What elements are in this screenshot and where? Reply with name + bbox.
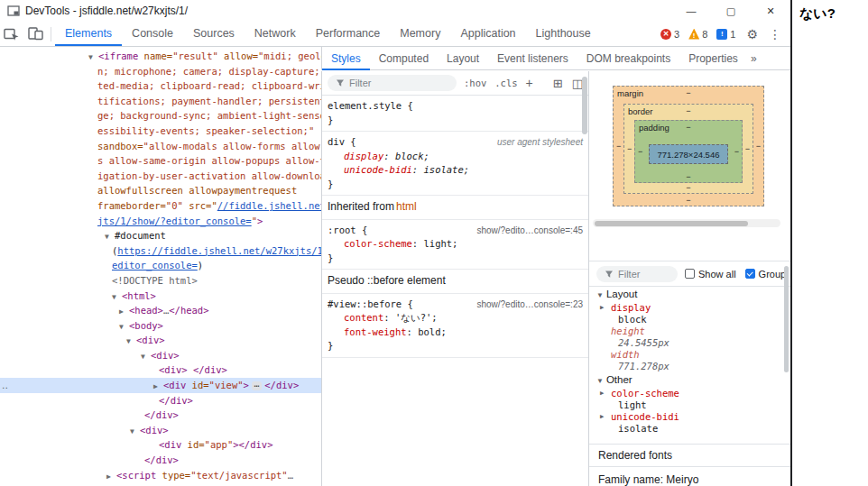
- styles-filter-input[interactable]: Filter: [328, 75, 457, 91]
- tree-node[interactable]: </div>: [0, 408, 321, 423]
- computed-filter-input[interactable]: Filter: [596, 266, 678, 282]
- sidebar-tab-event-listeners[interactable]: Event listeners: [488, 47, 577, 70]
- css-selector[interactable]: element.style: [328, 100, 402, 111]
- device-toolbar-icon[interactable]: [23, 23, 47, 46]
- computed-group-layout[interactable]: ▼Layout: [589, 287, 790, 302]
- css-selector[interactable]: div: [328, 136, 345, 147]
- sidebar-tab-layout[interactable]: Layout: [438, 47, 488, 70]
- css-property[interactable]: color-scheme: light;: [328, 237, 585, 252]
- kebab-menu-icon[interactable]: ⋮: [769, 27, 781, 41]
- tree-node[interactable]: frameborder="0" src="//fiddle.jshell.net…: [0, 198, 321, 214]
- tree-node[interactable]: ▶<head>…</head>: [0, 303, 321, 318]
- sidebar-tab-styles[interactable]: Styles: [322, 47, 370, 70]
- tree-node[interactable]: ▼<div>: [0, 348, 321, 363]
- css-property[interactable]: display: block;: [328, 150, 585, 164]
- expand-arrow-icon[interactable]: ▼: [88, 50, 98, 64]
- tab-performance[interactable]: Performance: [306, 22, 391, 46]
- tree-node[interactable]: essibility-events; speaker-selection;": [0, 124, 321, 139]
- checkbox-group[interactable]: Group: [745, 269, 787, 280]
- styles-scrollbar[interactable]: [581, 75, 588, 482]
- tree-node[interactable]: ▼<iframe name="result" allow="midi; geol…: [0, 49, 321, 64]
- grid-icon[interactable]: ⊞: [553, 77, 563, 90]
- resource-link[interactable]: https://fiddle.jshell.net/w27kxjts/1/sho…: [117, 245, 321, 256]
- toggle--cls-button[interactable]: .cls: [494, 78, 517, 88]
- tree-node[interactable]: ted-media; clipboard-read; clipboard-wri…: [0, 78, 321, 94]
- tree-node[interactable]: s allow-same-origin allow-popups allow-t…: [0, 153, 321, 169]
- property-expand-arrow-icon[interactable]: ▶: [600, 302, 604, 314]
- expand-arrow-icon[interactable]: ▶: [119, 305, 129, 318]
- tree-node[interactable]: sandbox="allow-modals allow-forms allow-…: [0, 139, 321, 154]
- tree-node[interactable]: tifications; payment-handler; persistent…: [0, 94, 321, 109]
- tree-node[interactable]: (https://fiddle.jshell.net/w27kxjts/1/sh…: [0, 243, 321, 259]
- resource-link[interactable]: //fiddle.jshell.net/w27kx: [217, 200, 321, 211]
- computed-property-name[interactable]: width: [589, 349, 790, 361]
- expand-arrow-icon[interactable]: ▶: [153, 380, 163, 393]
- tree-node[interactable]: <div> </div>: [0, 362, 321, 378]
- checkbox-box[interactable]: [685, 269, 695, 279]
- expand-arrow-icon[interactable]: ▼: [130, 425, 140, 438]
- maximize-button[interactable]: ▢: [711, 0, 751, 22]
- badge-error[interactable]: ✕3: [660, 29, 679, 40]
- tree-node[interactable]: </div>: [0, 453, 321, 468]
- tree-node[interactable]: n; microphone; camera; display-capture; …: [0, 64, 321, 79]
- stylesheet-source-link[interactable]: show/?edito…console=:23: [476, 298, 585, 312]
- minimize-button[interactable]: —: [671, 0, 711, 22]
- tab-console[interactable]: Console: [122, 22, 183, 46]
- tree-node[interactable]: </div>: [0, 393, 321, 408]
- css-selector[interactable]: #view::before: [328, 298, 402, 309]
- tree-node[interactable]: jts/1/show/?editor_console=">: [0, 214, 321, 229]
- sidebar-tab-computed[interactable]: Computed: [370, 47, 438, 70]
- tree-node[interactable]: ▶<script type="text/javascript"…: [0, 468, 321, 483]
- computed-scrollbar[interactable]: [783, 264, 790, 484]
- checkbox-show-all[interactable]: Show all: [685, 269, 736, 280]
- box-model-padding[interactable]: padding 771.278×24.546 −−−−: [634, 120, 743, 183]
- settings-gear-icon[interactable]: ⚙: [746, 27, 758, 41]
- scrollbar-thumb[interactable]: [595, 221, 748, 226]
- expand-arrow-icon[interactable]: ▼: [119, 320, 129, 334]
- property-expand-arrow-icon[interactable]: ▶: [600, 388, 604, 399]
- checkbox-box[interactable]: [745, 269, 755, 279]
- badge-warning[interactable]: !8: [688, 29, 707, 40]
- tab-sources[interactable]: Sources: [183, 22, 245, 46]
- resource-link[interactable]: jts/1/show/?editor_console=: [97, 215, 252, 226]
- resource-link[interactable]: editor_console=: [112, 260, 198, 271]
- tree-node[interactable]: ge; background-sync; ambient-light-senso…: [0, 108, 321, 124]
- expand-arrow-icon[interactable]: ▶: [106, 470, 116, 483]
- expand-arrow-icon[interactable]: ▼: [141, 350, 151, 363]
- box-model-margin[interactable]: margin border padding 771.278×24.546 −−−…: [613, 86, 764, 206]
- expand-arrow-icon[interactable]: ▼: [105, 230, 115, 243]
- ellipsis-button[interactable]: ⋯: [252, 381, 262, 390]
- close-button[interactable]: ✕: [751, 0, 790, 22]
- badge-issue[interactable]: !1: [716, 29, 735, 40]
- css-property[interactable]: font-weight: bold;: [328, 326, 585, 340]
- computed-group-other[interactable]: ▼Other: [589, 372, 790, 388]
- css-selector[interactable]: :root: [328, 225, 356, 235]
- scrollbar-thumb[interactable]: [784, 266, 789, 372]
- box-model-border[interactable]: border padding 771.278×24.546 −−−− −−−−: [623, 104, 753, 194]
- tree-node[interactable]: ▼#document: [0, 228, 321, 243]
- expand-arrow-icon[interactable]: ▼: [112, 290, 122, 304]
- tab-lighthouse[interactable]: Lighthouse: [526, 22, 601, 46]
- box-model-content[interactable]: 771.278×24.546: [649, 144, 728, 164]
- css-property[interactable]: unicode-bidi: isolate;: [328, 163, 585, 178]
- box-model-diagram[interactable]: margin border padding 771.278×24.546 −−−…: [613, 86, 766, 208]
- toggle--hov-button[interactable]: :hov: [464, 78, 486, 88]
- tab-application[interactable]: Application: [450, 22, 525, 46]
- tab-memory[interactable]: Memory: [390, 22, 450, 46]
- computed-property-name[interactable]: ▶unicode-bidi: [589, 411, 790, 423]
- scrollbar-thumb[interactable]: [582, 77, 587, 134]
- tree-node[interactable]: ▼<div>: [0, 333, 321, 348]
- property-expand-arrow-icon[interactable]: ▶: [600, 411, 604, 423]
- sidebar-tab-properties[interactable]: Properties: [679, 47, 747, 70]
- computed-property-name[interactable]: ▶color-scheme: [589, 388, 790, 399]
- boxmodel-horizontal-scrollbar[interactable]: [593, 219, 780, 227]
- computed-property-name[interactable]: ▶display: [589, 302, 790, 314]
- expand-arrow-icon[interactable]: ▼: [126, 335, 136, 348]
- sidebar-tab-dom-breakpoints[interactable]: DOM breakpoints: [577, 47, 679, 70]
- tree-node[interactable]: <div id="app"></div>: [0, 437, 321, 453]
- tab-network[interactable]: Network: [245, 22, 306, 46]
- tree-node[interactable]: ▼<body>: [0, 318, 321, 334]
- tab-overflow-chevron[interactable]: »: [751, 52, 756, 65]
- tree-node-selected[interactable]: ▶<div id="view">⋯</div>‥: [0, 378, 321, 393]
- tree-node[interactable]: editor_console=): [0, 258, 321, 273]
